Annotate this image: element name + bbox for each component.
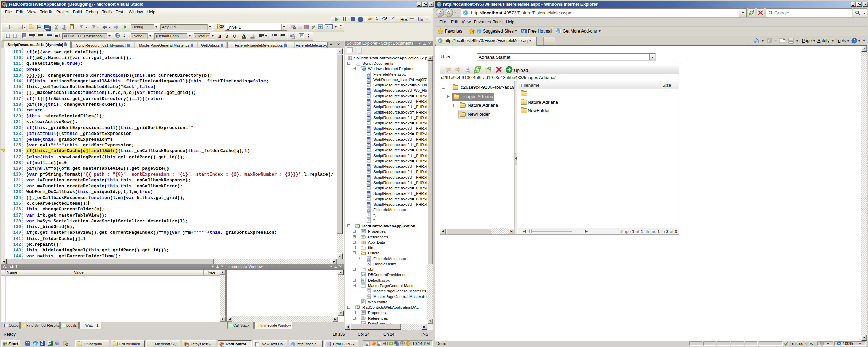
svg-text:e: e — [478, 29, 479, 33]
svg-text:e: e — [292, 343, 294, 346]
svg-text:e: e — [34, 341, 36, 345]
svg-text:9: 9 — [5, 4, 7, 7]
svg-text:C#: C# — [362, 273, 366, 277]
svg-text:e: e — [438, 2, 440, 7]
svg-text:X: X — [48, 342, 51, 345]
svg-text:e: e — [464, 11, 466, 15]
svg-text:e: e — [557, 30, 559, 33]
svg-text:e: e — [439, 39, 441, 43]
svg-text:?: ? — [853, 39, 856, 43]
svg-text:W: W — [41, 342, 44, 345]
svg-text:M: M — [522, 29, 525, 33]
